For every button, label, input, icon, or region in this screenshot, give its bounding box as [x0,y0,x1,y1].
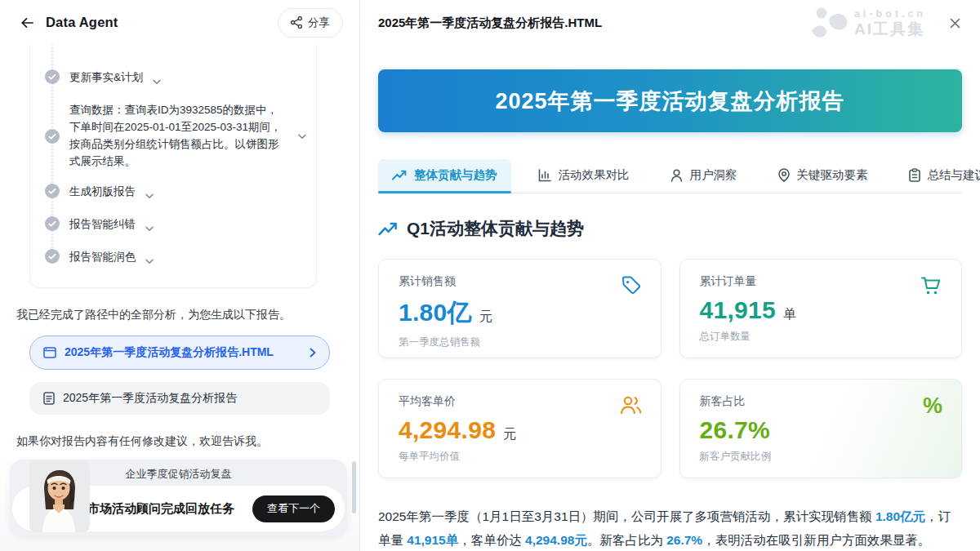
metric-label: 平均客单价 [399,394,641,409]
metric-desc: 总订单数量 [700,330,942,344]
tab-label: 用户洞察 [690,167,737,183]
percent-icon: % [923,395,942,417]
check-circle-icon [45,69,60,84]
report-tabs: 整体贡献与趋势 活动效果对比 用户洞察 关键驱动要素 总结与建议 [378,159,962,193]
metric-card-avg-order-value: 平均客单价 4,294.98 元 每单平均价值 [378,379,662,478]
watermark-name: AI工具集 [854,21,926,37]
metric-card-total-sales: 累计销售额 1.80亿 元 第一季度总销售额 [378,259,662,358]
metric-unit: 元 [479,309,492,326]
metric-label: 累计订单量 [700,274,942,289]
assistant-message-feedback: 如果你对报告内容有任何修改建议，欢迎告诉我。 [16,433,343,450]
report-header: 2025年第一季度活动复盘分析报告.HTML ai-bot.cn AI工具集 [360,0,980,46]
chevron-down-icon [153,73,161,88]
step-label: 更新事实&计划 [69,69,143,86]
assistant-message-done: 我已经完成了路径中的全部分析，为您生成以下报告。 [16,306,343,323]
step-update-facts-plan[interactable]: 更新事实&计划 [45,62,306,95]
chevron-right-icon [310,348,316,358]
report-link-label: 2025年第一季度活动复盘分析报告.HTML [65,345,301,360]
browser-icon [43,347,56,358]
cart-icon [920,275,942,300]
metric-desc: 新客户贡献比例 [700,450,942,464]
view-next-button[interactable]: 查看下一个 [252,495,335,522]
summary-paragraph: 2025年第一季度（1月1日至3月31日）期间，公司开展了多项营销活动，累计实现… [378,505,962,551]
metric-unit: 单 [783,306,796,323]
close-icon [950,18,960,29]
tab-user-insights[interactable]: 用户洞察 [657,159,751,193]
tab-overall-contribution-trend[interactable]: 整体贡献与趋势 [378,159,511,193]
metric-value: 41,915 [700,296,777,324]
clipboard-icon [909,168,920,182]
tab-key-drivers[interactable]: 关键驱动要素 [764,159,882,193]
ai-bot-logo-icon [810,7,848,39]
report-panel: 2025年第一季度活动复盘分析报告.HTML ai-bot.cn AI工具集 2… [359,0,980,551]
step-smart-proofread[interactable]: 报告智能纠错 [45,209,306,242]
metric-unit: 元 [503,426,516,443]
watermark: ai-bot.cn AI工具集 [810,7,926,39]
bar-chart-icon [538,169,551,182]
metric-desc: 每单平均价值 [399,450,641,464]
report-link-label: 2025年第一季度活动复盘分析报告 [63,391,316,406]
document-icon [43,392,55,405]
chat-header: Data Agent 分享 [0,0,359,45]
tab-label: 整体贡献与趋势 [414,167,497,183]
percent-glyph: % [923,393,942,418]
step-label: 报告智能润色 [69,248,136,265]
tag-icon [621,275,642,300]
report-filename: 2025年第一季度活动复盘分析报告.HTML [378,16,602,31]
trend-icon [392,170,407,180]
back-button[interactable] [16,12,38,33]
summary-highlight-orders: 41,915单 [407,533,458,547]
metric-value: 1.80亿 [399,296,472,330]
step-label: 报告智能纠错 [69,216,136,233]
metric-value: 26.7% [700,416,771,444]
summary-highlight-sales: 1.80亿元 [875,509,925,523]
watermark-domain: ai-bot.cn [854,9,926,20]
tab-label: 活动效果对比 [559,167,630,183]
step-smart-polish[interactable]: 报告智能润色 [45,242,306,274]
metric-value: 4,294.98 [399,416,496,444]
share-icon [291,16,302,29]
report-banner: 2025年第一季度活动复盘分析报告 [378,69,962,132]
advisor-avatar [29,460,90,532]
step-query-data[interactable]: 查询数据：查询表ID为3932585的数据中，下单时间在2025-01-01至2… [45,95,306,176]
step-label: 生成初版报告 [69,183,136,200]
chat-panel: Data Agent 分享 更新事实&计划 查询数据：查询表ID为3932585… [0,0,359,551]
tab-summary-suggestions[interactable]: 总结与建议 [895,159,980,193]
metric-desc: 第一季度总销售额 [399,335,641,349]
report-link-html[interactable]: 2025年第一季度活动复盘分析报告.HTML [29,335,330,370]
arrow-left-icon [20,16,34,29]
map-pin-icon [778,168,790,182]
share-button[interactable]: 分享 [278,8,343,38]
chevron-down-icon [298,128,306,143]
report-body: 2025年第一季度活动复盘分析报告 整体贡献与趋势 活动效果对比 用户洞察 [360,46,980,551]
chevron-down-icon [145,253,154,268]
step-label: 查询数据：查询表ID为3932585的数据中，下单时间在2025-01-01至2… [69,101,288,170]
analysis-steps-card: 更新事实&计划 查询数据：查询表ID为3932585的数据中，下单时间在2025… [29,45,317,288]
summary-highlight-new-ratio: 26.7% [666,533,702,547]
section-title-text: Q1活动整体贡献与趋势 [407,217,584,240]
step-generate-draft-report[interactable]: 生成初版报告 [45,176,306,209]
check-circle-icon [45,184,60,198]
check-circle-icon [45,249,60,264]
user-icon [670,169,683,182]
section-title: Q1活动整体贡献与趋势 [378,217,962,240]
check-circle-icon [45,129,60,144]
app-title: Data Agent [46,15,118,30]
metric-label: 累计销售额 [399,274,641,289]
task-card: 企业季度促销活动复盘 市场活动顾问完成回放任务 查看下一个 [10,460,347,536]
chevron-down-icon [145,220,154,235]
summary-text: 。新客占比为 [587,533,666,547]
tab-activity-comparison[interactable]: 活动效果对比 [524,159,644,193]
report-link-doc[interactable]: 2025年第一季度活动复盘分析报告 [29,382,330,415]
check-circle-icon [45,216,60,231]
watermark-text: ai-bot.cn AI工具集 [854,9,926,38]
close-button[interactable] [946,14,964,32]
share-label: 分享 [308,16,330,30]
trend-icon [378,222,398,236]
tab-label: 总结与建议 [928,167,980,183]
report-banner-title: 2025年第一季度活动复盘分析报告 [495,87,844,116]
users-icon [620,395,642,419]
metric-label: 新客占比 [700,394,942,409]
app-root: Data Agent 分享 更新事实&计划 查询数据：查询表ID为3932585… [0,0,980,551]
scrollbar-thumb[interactable] [352,461,356,513]
